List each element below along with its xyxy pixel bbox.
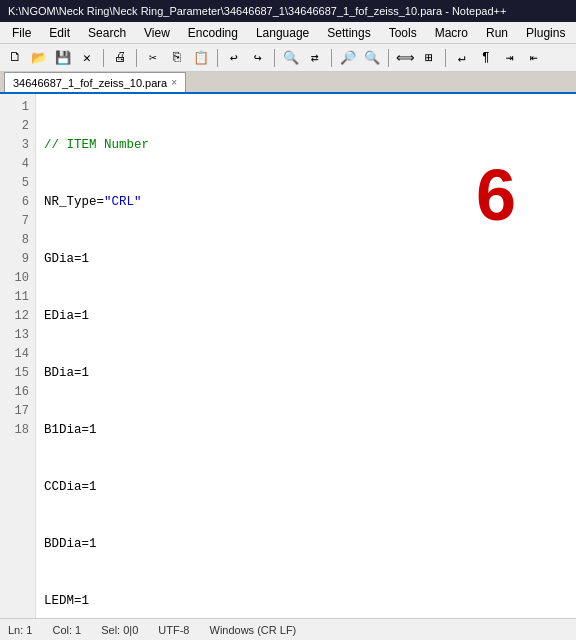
menu-edit[interactable]: Edit <box>41 24 78 42</box>
new-button[interactable]: 🗋 <box>4 47 26 69</box>
separator-1 <box>103 49 104 67</box>
line-num-9: 9 <box>4 250 29 269</box>
sync-map-button[interactable]: ⊞ <box>418 47 440 69</box>
line-num-11: 11 <box>4 288 29 307</box>
wrap-button[interactable]: ↵ <box>451 47 473 69</box>
title-bar-text: K:\NGOM\Neck Ring\Neck Ring_Parameter\34… <box>8 5 506 17</box>
paste-button[interactable]: 📋 <box>190 47 212 69</box>
line-num-17: 17 <box>4 402 29 421</box>
print-button[interactable]: 🖨 <box>109 47 131 69</box>
line-num-6: 6 <box>4 193 29 212</box>
code-line-8: BDDia=1 <box>44 535 568 554</box>
replace-button[interactable]: ⇄ <box>304 47 326 69</box>
code-content[interactable]: // ITEM Number NR_Type="CRL" GDia=1 EDia… <box>36 94 576 618</box>
copy-button[interactable]: ⎘ <box>166 47 188 69</box>
line-num-16: 16 <box>4 383 29 402</box>
file-tab[interactable]: 34646687_1_fof_zeiss_10.para × <box>4 72 186 92</box>
menu-settings[interactable]: Settings <box>319 24 378 42</box>
line-numbers: 1 2 3 4 5 6 7 8 9 10 11 12 13 14 15 16 1… <box>0 94 36 618</box>
sync-scroll-button[interactable]: ⟺ <box>394 47 416 69</box>
open-button[interactable]: 📂 <box>28 47 50 69</box>
cut-button[interactable]: ✂ <box>142 47 164 69</box>
line-num-14: 14 <box>4 345 29 364</box>
zoom-out-button[interactable]: 🔍 <box>361 47 383 69</box>
code-line-1: // ITEM Number <box>44 136 568 155</box>
status-ln: Ln: 1 <box>8 624 32 636</box>
menu-language[interactable]: Language <box>248 24 317 42</box>
separator-3 <box>217 49 218 67</box>
menu-bar: File Edit Search View Encoding Language … <box>0 22 576 44</box>
undo-button[interactable]: ↩ <box>223 47 245 69</box>
line-num-12: 12 <box>4 307 29 326</box>
menu-macro[interactable]: Macro <box>427 24 476 42</box>
indent-button[interactable]: ⇥ <box>499 47 521 69</box>
code-line-7: CCDia=1 <box>44 478 568 497</box>
line-num-10: 10 <box>4 269 29 288</box>
status-encoding: UTF-8 <box>158 624 189 636</box>
line-num-4: 4 <box>4 155 29 174</box>
menu-encoding[interactable]: Encoding <box>180 24 246 42</box>
line-num-18: 18 <box>4 421 29 440</box>
all-chars-button[interactable]: ¶ <box>475 47 497 69</box>
line-num-13: 13 <box>4 326 29 345</box>
unindent-button[interactable]: ⇤ <box>523 47 545 69</box>
status-sel: Sel: 0|0 <box>101 624 138 636</box>
menu-search[interactable]: Search <box>80 24 134 42</box>
code-line-2: NR_Type="CRL" <box>44 193 568 212</box>
tab-bar: 34646687_1_fof_zeiss_10.para × <box>0 72 576 94</box>
zoom-in-button[interactable]: 🔎 <box>337 47 359 69</box>
menu-file[interactable]: File <box>4 24 39 42</box>
save-button[interactable]: 💾 <box>52 47 74 69</box>
toolbar: 🗋 📂 💾 ✕ 🖨 ✂ ⎘ 📋 ↩ ↪ 🔍 ⇄ 🔎 🔍 ⟺ ⊞ ↵ ¶ ⇥ ⇤ <box>0 44 576 72</box>
close-doc-button[interactable]: ✕ <box>76 47 98 69</box>
menu-tools[interactable]: Tools <box>381 24 425 42</box>
line-num-8: 8 <box>4 231 29 250</box>
line-num-1: 1 <box>4 98 29 117</box>
code-line-5: BDia=1 <box>44 364 568 383</box>
status-col: Col: 1 <box>52 624 81 636</box>
code-line-9: LEDM=1 <box>44 592 568 611</box>
find-button[interactable]: 🔍 <box>280 47 302 69</box>
line-num-7: 7 <box>4 212 29 231</box>
title-bar: K:\NGOM\Neck Ring\Neck Ring_Parameter\34… <box>0 0 576 22</box>
separator-4 <box>274 49 275 67</box>
line-num-5: 5 <box>4 174 29 193</box>
line-num-3: 3 <box>4 136 29 155</box>
menu-view[interactable]: View <box>136 24 178 42</box>
status-bar: Ln: 1 Col: 1 Sel: 0|0 UTF-8 Windows (CR … <box>0 618 576 640</box>
menu-plugins[interactable]: Plugins <box>518 24 573 42</box>
status-line-ending: Windows (CR LF) <box>210 624 297 636</box>
tab-close-button[interactable]: × <box>171 77 177 88</box>
code-line-6: B1Dia=1 <box>44 421 568 440</box>
line-num-15: 15 <box>4 364 29 383</box>
editor-area[interactable]: 1 2 3 4 5 6 7 8 9 10 11 12 13 14 15 16 1… <box>0 94 576 618</box>
separator-2 <box>136 49 137 67</box>
separator-6 <box>388 49 389 67</box>
separator-7 <box>445 49 446 67</box>
menu-run[interactable]: Run <box>478 24 516 42</box>
tab-label: 34646687_1_fof_zeiss_10.para <box>13 77 167 89</box>
code-line-3: GDia=1 <box>44 250 568 269</box>
separator-5 <box>331 49 332 67</box>
code-line-4: EDia=1 <box>44 307 568 326</box>
redo-button[interactable]: ↪ <box>247 47 269 69</box>
line-num-2: 2 <box>4 117 29 136</box>
